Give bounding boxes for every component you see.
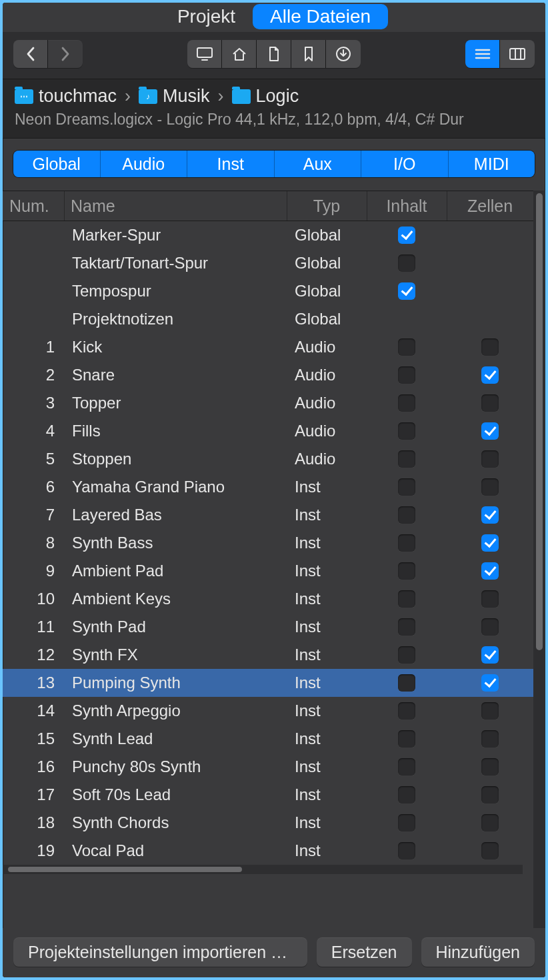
zellen-checkbox[interactable] (481, 646, 499, 664)
cell-num: 3 (3, 394, 64, 412)
zellen-checkbox[interactable] (481, 786, 499, 803)
inhalt-checkbox[interactable] (398, 618, 415, 636)
col-name[interactable]: Name (64, 191, 287, 221)
project-button[interactable] (257, 40, 291, 68)
inhalt-checkbox[interactable] (398, 814, 415, 831)
table-row[interactable]: 7Layered BasInst (3, 501, 533, 529)
zellen-checkbox[interactable] (481, 730, 499, 747)
import-settings-button[interactable]: Projekteinstellungen importieren … (13, 937, 307, 967)
table-row[interactable]: 15Synth LeadInst (3, 725, 533, 753)
list-view-button[interactable] (465, 40, 500, 68)
zellen-checkbox[interactable] (481, 338, 499, 356)
filter-aux[interactable]: Aux (275, 151, 362, 177)
forward-button[interactable] (48, 40, 83, 68)
inhalt-checkbox[interactable] (398, 534, 415, 552)
col-num[interactable]: Num. (3, 191, 64, 221)
filter-midi[interactable]: MIDI (449, 151, 535, 177)
inhalt-checkbox[interactable] (398, 506, 415, 524)
breadcrumb-item[interactable]: Musik (163, 86, 210, 107)
tab-projekt[interactable]: Projekt (160, 4, 253, 29)
zellen-checkbox[interactable] (481, 702, 499, 720)
table-row[interactable]: ProjektnotizenGlobal (3, 305, 533, 333)
inhalt-checkbox[interactable] (398, 842, 415, 859)
filter-inst[interactable]: Inst (187, 151, 275, 177)
back-button[interactable] (13, 40, 48, 68)
table-row[interactable]: 8Synth BassInst (3, 529, 533, 557)
home-button[interactable] (222, 40, 257, 68)
zellen-checkbox[interactable] (481, 590, 499, 608)
zellen-checkbox[interactable] (481, 506, 499, 524)
zellen-checkbox[interactable] (481, 422, 499, 440)
zellen-checkbox[interactable] (481, 394, 499, 412)
table-row[interactable]: 6Yamaha Grand PianoInst (3, 473, 533, 501)
zellen-checkbox[interactable] (481, 674, 499, 692)
horizontal-scrollbar[interactable] (3, 865, 523, 874)
zellen-checkbox[interactable] (481, 618, 499, 636)
inhalt-checkbox[interactable] (398, 646, 415, 664)
zellen-checkbox[interactable] (481, 562, 499, 580)
table-row[interactable]: 17Soft 70s LeadInst (3, 781, 533, 809)
zellen-checkbox[interactable] (481, 534, 499, 552)
col-typ[interactable]: Typ (287, 191, 367, 221)
inhalt-checkbox[interactable] (398, 562, 415, 580)
table-row[interactable]: 12Synth FXInst (3, 641, 533, 669)
table-row[interactable]: 4FillsAudio (3, 417, 533, 445)
replace-button[interactable]: Ersetzen (317, 937, 412, 967)
downloads-button[interactable] (326, 40, 361, 68)
zellen-checkbox[interactable] (481, 478, 499, 496)
inhalt-checkbox[interactable] (398, 674, 415, 692)
inhalt-checkbox[interactable] (398, 227, 415, 244)
inhalt-checkbox[interactable] (398, 422, 415, 440)
inhalt-checkbox[interactable] (398, 478, 415, 496)
table-row[interactable]: 9Ambient PadInst (3, 557, 533, 585)
filter-audio[interactable]: Audio (101, 151, 188, 177)
inhalt-checkbox[interactable] (398, 786, 415, 803)
column-view-button[interactable] (500, 40, 535, 68)
breadcrumb-item[interactable]: touchmac (39, 86, 117, 107)
inhalt-checkbox[interactable] (398, 338, 415, 356)
zellen-checkbox[interactable] (481, 842, 499, 859)
table-row[interactable]: 18Synth ChordsInst (3, 809, 533, 837)
zellen-checkbox[interactable] (481, 758, 499, 775)
inhalt-checkbox[interactable] (398, 702, 415, 720)
tab-alle-dateien[interactable]: Alle Dateien (253, 4, 388, 29)
table-row[interactable]: 16Punchy 80s SynthInst (3, 753, 533, 781)
inhalt-checkbox[interactable] (398, 758, 415, 775)
inhalt-checkbox[interactable] (398, 730, 415, 747)
inhalt-checkbox[interactable] (398, 366, 415, 384)
computer-button[interactable] (187, 40, 222, 68)
table-row[interactable]: 3TopperAudio (3, 389, 533, 417)
zellen-checkbox[interactable] (481, 814, 499, 831)
col-inhalt[interactable]: Inhalt (367, 191, 447, 221)
table-row[interactable]: 1KickAudio (3, 333, 533, 361)
breadcrumb-item[interactable]: Logic (256, 86, 299, 107)
table-row[interactable]: TempospurGlobal (3, 277, 533, 305)
table-row[interactable]: Marker-SpurGlobal (3, 221, 533, 249)
vertical-scrollbar[interactable] (533, 191, 545, 928)
inhalt-checkbox[interactable] (398, 394, 415, 412)
table-row[interactable]: 2SnareAudio (3, 361, 533, 389)
col-zellen[interactable]: Zellen (447, 191, 533, 221)
inhalt-checkbox[interactable] (398, 590, 415, 608)
inhalt-checkbox[interactable] (398, 450, 415, 468)
zellen-checkbox[interactable] (481, 366, 499, 384)
zellen-checkbox[interactable] (481, 450, 499, 468)
table-row[interactable]: 14Synth ArpeggioInst (3, 697, 533, 725)
inhalt-checkbox[interactable] (398, 254, 415, 272)
add-button[interactable]: Hinzufügen (421, 937, 535, 967)
filter-global[interactable]: Global (13, 151, 101, 177)
cell-typ: Inst (287, 841, 367, 860)
bookmark-button[interactable] (291, 40, 326, 68)
chevron-left-icon (25, 47, 36, 61)
cell-name: Pumping Synth (64, 674, 287, 692)
table-row[interactable]: Taktart/Tonart-SpurGlobal (3, 249, 533, 277)
inhalt-checkbox[interactable] (398, 282, 415, 300)
table-row[interactable]: 11Synth PadInst (3, 613, 533, 641)
table-row[interactable]: 19Vocal PadInst (3, 837, 533, 865)
cell-inhalt (367, 338, 447, 356)
table-row[interactable]: 13Pumping SynthInst (3, 669, 533, 697)
table-row[interactable]: 10Ambient KeysInst (3, 585, 533, 613)
table-row[interactable]: 5StoppenAudio (3, 445, 533, 473)
filter-io[interactable]: I/O (361, 151, 449, 177)
document-icon (267, 46, 281, 62)
